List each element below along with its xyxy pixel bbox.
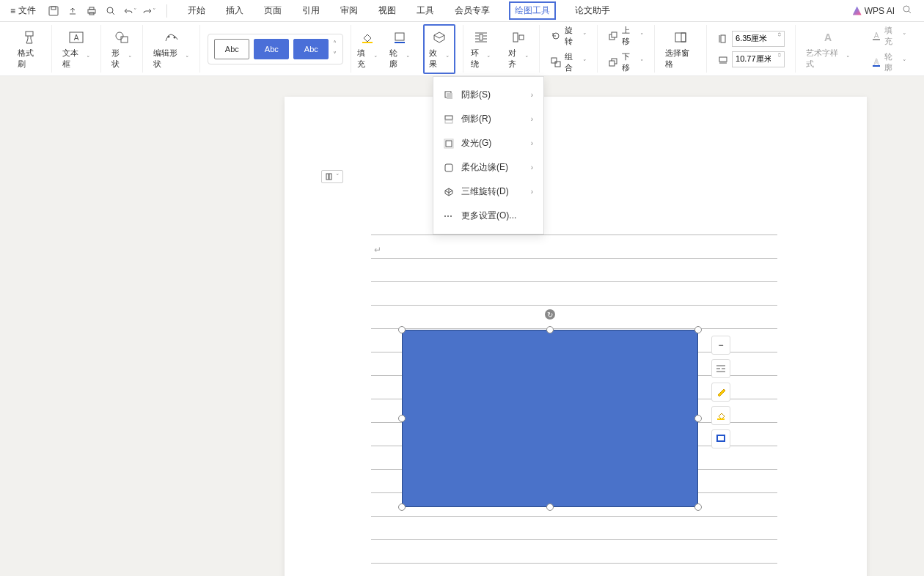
fill-tool[interactable] xyxy=(711,406,730,425)
move-down-button[interactable]: 下移˅ xyxy=(605,51,647,74)
svg-rect-43 xyxy=(446,141,452,147)
search-icon[interactable] xyxy=(902,4,912,17)
quick-access-toolbar: ˅ ˅ xyxy=(40,4,162,18)
preset-style-2[interactable]: Abc xyxy=(254,39,289,59)
svg-rect-42 xyxy=(445,120,452,123)
wps-ai-button[interactable]: WPS AI xyxy=(853,6,895,16)
svg-rect-19 xyxy=(519,35,524,40)
ribbon-toolbar: 格式刷 A 文本框˅ 形状˅ 编辑形状˅ Abc Abc Abc ˄ ˅ xyxy=(0,22,924,76)
effects-button[interactable]: 效果˅ xyxy=(423,24,455,74)
effects-glow-item[interactable]: 发光(G) › xyxy=(433,131,543,155)
width-control[interactable] xyxy=(714,51,788,68)
file-menu-button[interactable]: ≡ 文件 xyxy=(6,4,40,17)
brush-tool[interactable] xyxy=(711,383,730,402)
edit-shape-label: 编辑形状 xyxy=(153,48,184,70)
tab-review[interactable]: 审阅 xyxy=(339,1,359,20)
column-layout-button[interactable]: ˅ xyxy=(321,170,343,183)
tab-tools[interactable]: 工具 xyxy=(415,1,436,20)
resize-handle-e[interactable] xyxy=(694,415,702,422)
tab-reference[interactable]: 引用 xyxy=(301,1,321,20)
resize-handle-w[interactable] xyxy=(398,415,406,422)
tab-thesis[interactable]: 论文助手 xyxy=(573,1,612,20)
text-box-button[interactable]: A 文本框˅ xyxy=(59,27,94,71)
text-fill-label: 填充 xyxy=(884,25,900,47)
text-outline-icon: A xyxy=(870,56,881,68)
rotate-button[interactable]: 旋转˅ xyxy=(547,24,589,48)
align-button[interactable]: 对齐˅ xyxy=(505,27,532,71)
topbar-right: WPS AI xyxy=(853,4,918,17)
outline-button[interactable]: 轮廓˅ xyxy=(386,27,413,71)
preset-down-icon[interactable]: ˅ xyxy=(333,51,337,59)
text-fill-icon: A xyxy=(870,30,881,42)
svg-rect-16 xyxy=(395,42,405,43)
svg-point-6 xyxy=(903,6,909,12)
preset-up-icon[interactable]: ˄ xyxy=(333,40,337,48)
svg-rect-38 xyxy=(717,435,725,441)
tab-member[interactable]: 会员专享 xyxy=(453,1,491,20)
resize-handle-se[interactable] xyxy=(694,503,702,511)
rectangle-shape[interactable] xyxy=(402,330,698,507)
text-outline-button[interactable]: A轮廓˅ xyxy=(868,51,909,74)
tab-page[interactable]: 页面 xyxy=(263,1,283,20)
svg-rect-36 xyxy=(329,174,331,180)
undo-button[interactable]: ˅ xyxy=(122,4,137,18)
resize-handle-nw[interactable] xyxy=(398,326,406,333)
group-button[interactable]: 组合˅ xyxy=(547,51,589,74)
outline-tool[interactable] xyxy=(711,429,730,448)
outline-label: 轮廓 xyxy=(389,48,405,70)
column-icon xyxy=(326,173,334,180)
svg-text:A: A xyxy=(824,32,832,43)
print-preview-icon[interactable] xyxy=(103,4,118,18)
text-fill-button[interactable]: A填充˅ xyxy=(868,24,909,48)
selection-pane-button[interactable]: 选择窗格 xyxy=(662,27,699,71)
effects-3d-rotation-item[interactable]: 三维旋转(D) › xyxy=(433,180,543,204)
svg-rect-35 xyxy=(326,174,329,180)
resize-handle-sw[interactable] xyxy=(398,503,406,511)
reflection-icon xyxy=(444,114,454,125)
more-label: 更多设置(O)... xyxy=(461,210,516,222)
shape-style-presets: Abc Abc Abc ˄ ˅ xyxy=(208,34,343,64)
effects-soft-edges-item[interactable]: 柔化边缘(E) › xyxy=(433,155,543,180)
effects-shadow-item[interactable]: 阴影(S) › xyxy=(433,83,543,107)
tab-insert[interactable]: 插入 xyxy=(224,1,245,20)
tab-start[interactable]: 开始 xyxy=(186,1,207,20)
layout-tool[interactable] xyxy=(711,359,730,378)
svg-rect-7 xyxy=(26,32,33,36)
svg-rect-18 xyxy=(513,33,518,42)
height-input[interactable] xyxy=(732,31,785,47)
width-icon xyxy=(717,53,729,65)
height-control[interactable] xyxy=(714,30,788,48)
svg-rect-23 xyxy=(612,32,617,37)
resize-handle-s[interactable] xyxy=(546,503,554,511)
save-icon[interactable] xyxy=(46,4,61,18)
soft-edges-icon xyxy=(444,163,454,173)
print-icon[interactable] xyxy=(84,4,99,18)
preset-style-3[interactable]: Abc xyxy=(293,39,329,59)
shapes-button[interactable]: 形状˅ xyxy=(109,27,135,71)
format-painter-button[interactable]: 格式刷 xyxy=(15,27,44,71)
art-style-button[interactable]: A 艺术字样式˅ xyxy=(803,27,853,71)
move-up-button[interactable]: 上移˅ xyxy=(605,24,647,48)
resize-handle-n[interactable] xyxy=(546,326,554,333)
tab-view[interactable]: 视图 xyxy=(377,1,397,20)
preset-style-1[interactable]: Abc xyxy=(214,39,249,59)
wrap-button[interactable]: 环绕˅ xyxy=(468,27,494,71)
rotate-label: 旋转 xyxy=(565,25,580,47)
svg-rect-37 xyxy=(717,418,725,420)
svg-point-10 xyxy=(116,32,123,40)
resize-handle-ne[interactable] xyxy=(694,326,702,333)
svg-rect-0 xyxy=(49,7,58,15)
effects-more-item[interactable]: ⋯ 更多设置(O)... xyxy=(433,204,543,228)
text-box-icon: A xyxy=(67,29,85,46)
tab-drawing-tools[interactable]: 绘图工具 xyxy=(509,1,556,20)
width-input[interactable] xyxy=(732,51,785,67)
minus-tool[interactable]: − xyxy=(711,336,730,355)
edit-shape-button[interactable]: 编辑形状˅ xyxy=(150,27,192,71)
rotation-3d-icon xyxy=(444,187,454,197)
fill-button[interactable]: 填充˅ xyxy=(354,27,381,71)
export-icon[interactable] xyxy=(65,4,80,18)
selected-shape[interactable]: ↻ xyxy=(402,330,698,507)
redo-button[interactable]: ˅ xyxy=(142,4,156,18)
rotation-handle[interactable]: ↻ xyxy=(545,309,555,320)
effects-reflection-item[interactable]: 倒影(R) › xyxy=(433,107,543,131)
